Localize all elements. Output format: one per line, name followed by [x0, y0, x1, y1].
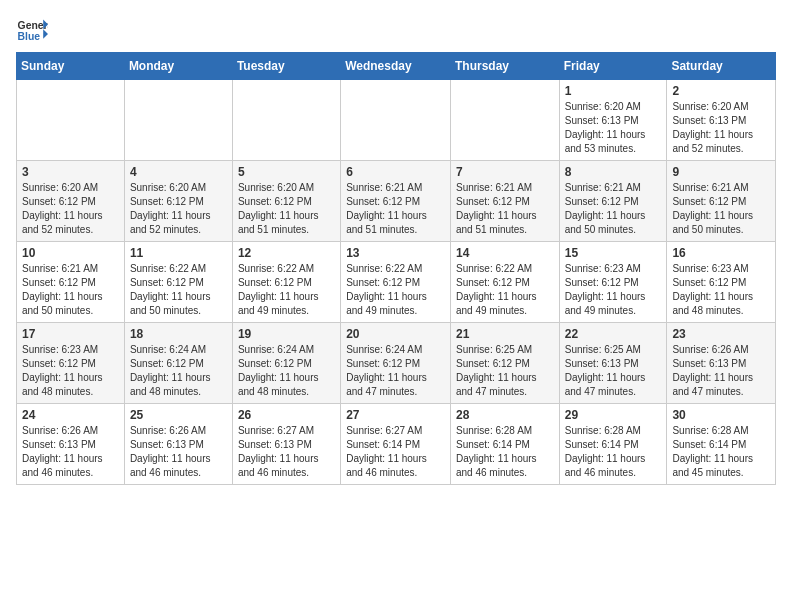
day-info: Sunrise: 6:20 AMSunset: 6:12 PMDaylight:…: [130, 181, 227, 237]
calendar-cell: 3Sunrise: 6:20 AMSunset: 6:12 PMDaylight…: [17, 161, 125, 242]
calendar-week-4: 17Sunrise: 6:23 AMSunset: 6:12 PMDayligh…: [17, 323, 776, 404]
day-number: 15: [565, 246, 662, 260]
calendar-cell: 26Sunrise: 6:27 AMSunset: 6:13 PMDayligh…: [232, 404, 340, 485]
calendar-header-friday: Friday: [559, 53, 667, 80]
calendar-cell: 28Sunrise: 6:28 AMSunset: 6:14 PMDayligh…: [450, 404, 559, 485]
logo-icon: General Blue: [16, 16, 48, 44]
calendar-header-tuesday: Tuesday: [232, 53, 340, 80]
day-info: Sunrise: 6:20 AMSunset: 6:13 PMDaylight:…: [672, 100, 770, 156]
day-number: 17: [22, 327, 119, 341]
day-number: 16: [672, 246, 770, 260]
calendar-cell: [341, 80, 451, 161]
calendar-cell: 21Sunrise: 6:25 AMSunset: 6:12 PMDayligh…: [450, 323, 559, 404]
calendar-cell: 7Sunrise: 6:21 AMSunset: 6:12 PMDaylight…: [450, 161, 559, 242]
calendar-cell: 6Sunrise: 6:21 AMSunset: 6:12 PMDaylight…: [341, 161, 451, 242]
calendar-cell: 27Sunrise: 6:27 AMSunset: 6:14 PMDayligh…: [341, 404, 451, 485]
day-info: Sunrise: 6:21 AMSunset: 6:12 PMDaylight:…: [565, 181, 662, 237]
calendar-cell: 14Sunrise: 6:22 AMSunset: 6:12 PMDayligh…: [450, 242, 559, 323]
day-info: Sunrise: 6:21 AMSunset: 6:12 PMDaylight:…: [456, 181, 554, 237]
svg-text:Blue: Blue: [18, 31, 41, 42]
day-number: 5: [238, 165, 335, 179]
day-number: 29: [565, 408, 662, 422]
calendar-week-5: 24Sunrise: 6:26 AMSunset: 6:13 PMDayligh…: [17, 404, 776, 485]
calendar-cell: 5Sunrise: 6:20 AMSunset: 6:12 PMDaylight…: [232, 161, 340, 242]
calendar-cell: 9Sunrise: 6:21 AMSunset: 6:12 PMDaylight…: [667, 161, 776, 242]
calendar-header-saturday: Saturday: [667, 53, 776, 80]
calendar-header-monday: Monday: [124, 53, 232, 80]
calendar-cell: [450, 80, 559, 161]
day-number: 6: [346, 165, 445, 179]
calendar-cell: 19Sunrise: 6:24 AMSunset: 6:12 PMDayligh…: [232, 323, 340, 404]
day-number: 18: [130, 327, 227, 341]
day-info: Sunrise: 6:22 AMSunset: 6:12 PMDaylight:…: [456, 262, 554, 318]
day-info: Sunrise: 6:24 AMSunset: 6:12 PMDaylight:…: [130, 343, 227, 399]
day-info: Sunrise: 6:22 AMSunset: 6:12 PMDaylight:…: [346, 262, 445, 318]
calendar-cell: 20Sunrise: 6:24 AMSunset: 6:12 PMDayligh…: [341, 323, 451, 404]
day-number: 20: [346, 327, 445, 341]
day-info: Sunrise: 6:26 AMSunset: 6:13 PMDaylight:…: [130, 424, 227, 480]
calendar-cell: 8Sunrise: 6:21 AMSunset: 6:12 PMDaylight…: [559, 161, 667, 242]
day-number: 8: [565, 165, 662, 179]
calendar-cell: [232, 80, 340, 161]
day-info: Sunrise: 6:28 AMSunset: 6:14 PMDaylight:…: [456, 424, 554, 480]
calendar-cell: 11Sunrise: 6:22 AMSunset: 6:12 PMDayligh…: [124, 242, 232, 323]
calendar-cell: 1Sunrise: 6:20 AMSunset: 6:13 PMDaylight…: [559, 80, 667, 161]
calendar-cell: 17Sunrise: 6:23 AMSunset: 6:12 PMDayligh…: [17, 323, 125, 404]
day-number: 28: [456, 408, 554, 422]
day-number: 21: [456, 327, 554, 341]
calendar-header-row: SundayMondayTuesdayWednesdayThursdayFrid…: [17, 53, 776, 80]
calendar-week-1: 1Sunrise: 6:20 AMSunset: 6:13 PMDaylight…: [17, 80, 776, 161]
day-number: 23: [672, 327, 770, 341]
day-info: Sunrise: 6:20 AMSunset: 6:12 PMDaylight:…: [238, 181, 335, 237]
day-info: Sunrise: 6:26 AMSunset: 6:13 PMDaylight:…: [672, 343, 770, 399]
day-info: Sunrise: 6:25 AMSunset: 6:13 PMDaylight:…: [565, 343, 662, 399]
day-number: 12: [238, 246, 335, 260]
day-info: Sunrise: 6:23 AMSunset: 6:12 PMDaylight:…: [672, 262, 770, 318]
day-info: Sunrise: 6:27 AMSunset: 6:14 PMDaylight:…: [346, 424, 445, 480]
day-number: 14: [456, 246, 554, 260]
calendar-cell: 18Sunrise: 6:24 AMSunset: 6:12 PMDayligh…: [124, 323, 232, 404]
day-number: 3: [22, 165, 119, 179]
calendar-cell: 4Sunrise: 6:20 AMSunset: 6:12 PMDaylight…: [124, 161, 232, 242]
day-number: 4: [130, 165, 227, 179]
calendar-cell: 30Sunrise: 6:28 AMSunset: 6:14 PMDayligh…: [667, 404, 776, 485]
calendar-cell: 23Sunrise: 6:26 AMSunset: 6:13 PMDayligh…: [667, 323, 776, 404]
day-info: Sunrise: 6:25 AMSunset: 6:12 PMDaylight:…: [456, 343, 554, 399]
day-number: 27: [346, 408, 445, 422]
calendar-table: SundayMondayTuesdayWednesdayThursdayFrid…: [16, 52, 776, 485]
day-info: Sunrise: 6:21 AMSunset: 6:12 PMDaylight:…: [672, 181, 770, 237]
day-number: 13: [346, 246, 445, 260]
day-info: Sunrise: 6:24 AMSunset: 6:12 PMDaylight:…: [346, 343, 445, 399]
logo: General Blue: [16, 16, 52, 44]
day-number: 2: [672, 84, 770, 98]
calendar-week-3: 10Sunrise: 6:21 AMSunset: 6:12 PMDayligh…: [17, 242, 776, 323]
calendar-week-2: 3Sunrise: 6:20 AMSunset: 6:12 PMDaylight…: [17, 161, 776, 242]
day-info: Sunrise: 6:24 AMSunset: 6:12 PMDaylight:…: [238, 343, 335, 399]
calendar-cell: 2Sunrise: 6:20 AMSunset: 6:13 PMDaylight…: [667, 80, 776, 161]
day-info: Sunrise: 6:21 AMSunset: 6:12 PMDaylight:…: [22, 262, 119, 318]
calendar-cell: 12Sunrise: 6:22 AMSunset: 6:12 PMDayligh…: [232, 242, 340, 323]
day-number: 26: [238, 408, 335, 422]
day-number: 19: [238, 327, 335, 341]
day-number: 11: [130, 246, 227, 260]
day-info: Sunrise: 6:23 AMSunset: 6:12 PMDaylight:…: [565, 262, 662, 318]
day-info: Sunrise: 6:26 AMSunset: 6:13 PMDaylight:…: [22, 424, 119, 480]
day-info: Sunrise: 6:28 AMSunset: 6:14 PMDaylight:…: [672, 424, 770, 480]
day-info: Sunrise: 6:23 AMSunset: 6:12 PMDaylight:…: [22, 343, 119, 399]
day-info: Sunrise: 6:28 AMSunset: 6:14 PMDaylight:…: [565, 424, 662, 480]
calendar-cell: 16Sunrise: 6:23 AMSunset: 6:12 PMDayligh…: [667, 242, 776, 323]
day-number: 22: [565, 327, 662, 341]
day-number: 9: [672, 165, 770, 179]
calendar-cell: [17, 80, 125, 161]
calendar-cell: 29Sunrise: 6:28 AMSunset: 6:14 PMDayligh…: [559, 404, 667, 485]
day-info: Sunrise: 6:20 AMSunset: 6:13 PMDaylight:…: [565, 100, 662, 156]
day-number: 30: [672, 408, 770, 422]
calendar-cell: 22Sunrise: 6:25 AMSunset: 6:13 PMDayligh…: [559, 323, 667, 404]
day-number: 7: [456, 165, 554, 179]
day-number: 10: [22, 246, 119, 260]
calendar-header-sunday: Sunday: [17, 53, 125, 80]
calendar-cell: [124, 80, 232, 161]
page-header: General Blue: [16, 16, 776, 44]
day-info: Sunrise: 6:20 AMSunset: 6:12 PMDaylight:…: [22, 181, 119, 237]
day-info: Sunrise: 6:22 AMSunset: 6:12 PMDaylight:…: [238, 262, 335, 318]
